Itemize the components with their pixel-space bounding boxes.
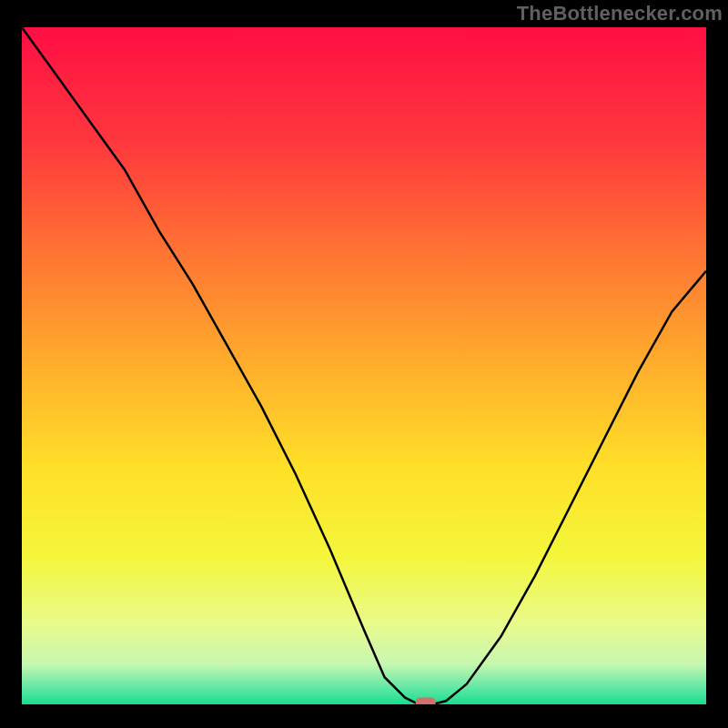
chart-container: TheBottlenecker.com <box>0 0 728 728</box>
plot-background <box>22 27 706 704</box>
bottleneck-plot <box>22 27 706 704</box>
watermark-label: TheBottlenecker.com <box>517 2 723 25</box>
optimal-point-marker <box>416 698 436 705</box>
plot-frame <box>22 27 706 704</box>
